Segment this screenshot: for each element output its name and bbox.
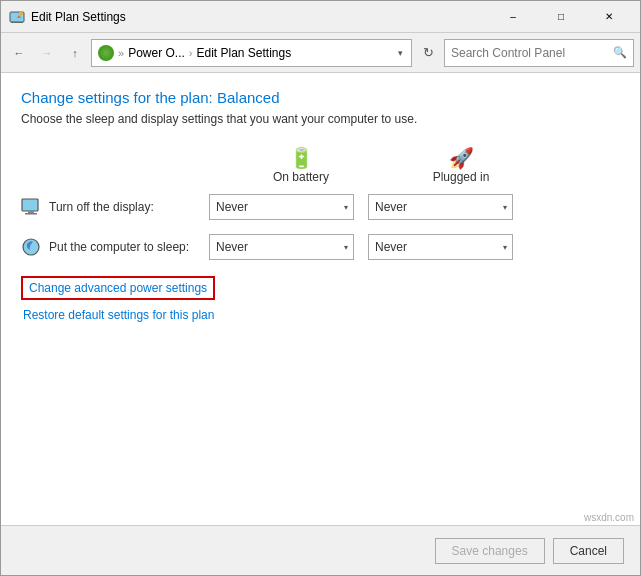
svg-rect-6 <box>25 213 37 215</box>
battery-icon: 🔋 <box>289 146 314 170</box>
sleep-battery-dropdown-wrapper: Never 1 minute 2 minutes 5 minutes 10 mi… <box>209 234 354 260</box>
display-icon <box>21 197 41 217</box>
forward-button[interactable]: → <box>35 41 59 65</box>
pluggedin-label: Plugged in <box>433 170 490 184</box>
content-area: Change settings for the plan: Balanced C… <box>1 73 640 525</box>
display-battery-dropdown[interactable]: Never 1 minute 2 minutes 5 minutes 10 mi… <box>209 194 354 220</box>
search-input[interactable] <box>451 46 609 60</box>
sleep-pluggedin-dropdown[interactable]: Never 1 minute 2 minutes 5 minutes 10 mi… <box>368 234 513 260</box>
path-part2: Edit Plan Settings <box>196 46 291 60</box>
pluggedin-column-header: 🚀 Plugged in <box>381 146 541 184</box>
battery-label: On battery <box>273 170 329 184</box>
sleep-battery-dropdown[interactable]: Never 1 minute 2 minutes 5 minutes 10 mi… <box>209 234 354 260</box>
close-button[interactable]: ✕ <box>586 1 632 33</box>
sleep-row-label: Put the computer to sleep: <box>49 240 209 254</box>
path-separator2: › <box>189 47 193 59</box>
advanced-power-settings-link[interactable]: Change advanced power settings <box>21 276 215 300</box>
watermark: wsxdn.com <box>584 512 634 523</box>
pluggedin-icon: 🚀 <box>449 146 474 170</box>
sleep-row: Put the computer to sleep: Never 1 minut… <box>21 234 620 260</box>
display-pluggedin-dropdown[interactable]: Never 1 minute 2 minutes 5 minutes 10 mi… <box>368 194 513 220</box>
window-controls: – □ ✕ <box>490 1 632 33</box>
battery-column-header: 🔋 On battery <box>221 146 381 184</box>
svg-point-3 <box>19 11 23 15</box>
path-dropdown-button[interactable]: ▾ <box>396 46 405 60</box>
svg-rect-4 <box>22 199 38 211</box>
back-button[interactable]: ← <box>7 41 31 65</box>
title-bar: Edit Plan Settings – □ ✕ <box>1 1 640 33</box>
window-title: Edit Plan Settings <box>31 10 490 24</box>
up-button[interactable]: ↑ <box>63 41 87 65</box>
path-part1: Power O... <box>128 46 185 60</box>
display-pluggedin-dropdown-wrapper: Never 1 minute 2 minutes 5 minutes 10 mi… <box>368 194 513 220</box>
svg-rect-5 <box>28 211 34 213</box>
address-bar: ← → ↑ » Power O... › Edit Plan Settings … <box>1 33 640 73</box>
path-icon <box>98 45 114 61</box>
page-subtitle: Choose the sleep and display settings th… <box>21 112 620 126</box>
maximize-button[interactable]: □ <box>538 1 584 33</box>
display-battery-dropdown-wrapper: Never 1 minute 2 minutes 5 minutes 10 mi… <box>209 194 354 220</box>
main-window: Edit Plan Settings – □ ✕ ← → ↑ » Power O… <box>0 0 641 576</box>
path-separator1: » <box>118 47 124 59</box>
sleep-pluggedin-dropdown-wrapper: Never 1 minute 2 minutes 5 minutes 10 mi… <box>368 234 513 260</box>
display-row: Turn off the display: Never 1 minute 2 m… <box>21 194 620 220</box>
restore-defaults-link[interactable]: Restore default settings for this plan <box>23 308 620 322</box>
bottom-bar: Save changes Cancel <box>1 525 640 575</box>
address-path[interactable]: » Power O... › Edit Plan Settings ▾ <box>91 39 412 67</box>
display-row-label: Turn off the display: <box>49 200 209 214</box>
sleep-icon <box>21 237 41 257</box>
save-button[interactable]: Save changes <box>435 538 545 564</box>
display-row-dropdowns: Never 1 minute 2 minutes 5 minutes 10 mi… <box>209 194 513 220</box>
refresh-button[interactable]: ↻ <box>416 41 440 65</box>
column-headers: 🔋 On battery 🚀 Plugged in <box>21 146 620 184</box>
links-section: Change advanced power settings Restore d… <box>21 276 620 322</box>
search-box: 🔍 <box>444 39 634 67</box>
window-icon <box>9 9 25 25</box>
cancel-button[interactable]: Cancel <box>553 538 624 564</box>
page-title: Change settings for the plan: Balanced <box>21 89 620 106</box>
sleep-row-dropdowns: Never 1 minute 2 minutes 5 minutes 10 mi… <box>209 234 513 260</box>
search-icon: 🔍 <box>613 46 627 59</box>
svg-rect-2 <box>11 22 23 23</box>
minimize-button[interactable]: – <box>490 1 536 33</box>
